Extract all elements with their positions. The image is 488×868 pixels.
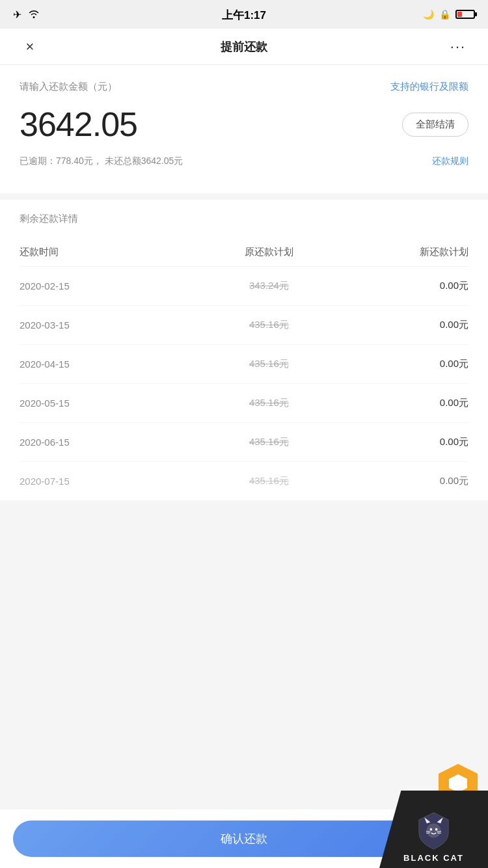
row-new-plan: 0.00元 [344,397,468,409]
input-label-row: 请输入还款金额（元） 支持的银行及限额 [20,81,468,93]
row-original: 343.24元 [194,280,344,292]
status-time: 上午1:17 [222,8,266,23]
input-label: 请输入还款金额（元） [20,81,117,93]
page-title: 提前还款 [221,39,267,55]
col-header-original: 原还款计划 [194,246,344,258]
row-date: 2020-02-15 [20,280,194,292]
status-right: 🌙 🔒 [423,9,475,20]
blackcat-watermark: BLACK CAT [379,791,488,868]
svg-point-1 [429,828,432,831]
table-body: 2020-02-15343.24元0.00元2020-03-15435.16元0… [20,267,468,487]
row-date: 2020-05-15 [20,398,194,409]
support-bank-link[interactable]: 支持的银行及限额 [390,81,468,93]
row-original: 435.16元 [194,436,344,448]
repay-table: 还款时间 原还款计划 新还款计划 2020-02-15343.24元0.00元2… [20,238,468,487]
table-row: 2020-02-15343.24元0.00元 [20,267,468,306]
row-date: 2020-04-15 [20,359,194,370]
row-date: 2020-06-15 [20,437,194,448]
table-row: 2020-06-15435.16元0.00元 [20,423,468,462]
row-new-plan: 0.00元 [344,358,468,370]
close-button[interactable]: × [16,33,44,61]
amount-value[interactable]: 3642.05 [20,105,137,144]
blackcat-text: BLACK CAT [403,853,464,863]
row-new-plan: 0.00元 [344,319,468,331]
svg-point-0 [426,823,441,837]
badge-inner [449,774,467,793]
table-row: 2020-04-15435.16元0.00元 [20,345,468,384]
table-row: 2020-05-15435.16元0.00元 [20,384,468,423]
row-new-plan: 0.00元 [344,280,468,292]
row-date: 2020-03-15 [20,319,194,331]
cat-shield-icon [416,811,452,850]
status-left: ✈ [13,8,40,21]
table-header: 还款时间 原还款计划 新还款计划 [20,238,468,267]
row-original: 435.16元 [194,358,344,370]
overdue-row: 已逾期：778.40元， 未还总额3642.05元 还款规则 [20,156,468,180]
svg-point-2 [435,828,438,831]
rules-link[interactable]: 还款规则 [432,156,468,167]
details-title: 剩余还款详情 [20,213,468,225]
table-row: 2020-07-15435.16元0.00元 [20,462,468,487]
row-original: 435.16元 [194,397,344,409]
wifi-icon [28,9,40,20]
blackcat-logo: BLACK CAT [403,811,464,863]
more-button[interactable]: ··· [444,33,472,61]
row-original: 435.16元 [194,475,344,487]
clear-all-button[interactable]: 全部结清 [402,113,468,137]
table-row: 2020-03-15435.16元0.00元 [20,306,468,345]
row-date: 2020-07-15 [20,476,194,487]
overdue-text: 已逾期：778.40元， 未还总额3642.05元 [20,156,183,167]
amount-row: 3642.05 全部结清 [20,105,468,144]
row-original: 435.16元 [194,319,344,331]
col-header-date: 还款时间 [20,246,194,258]
details-section: 剩余还款详情 还款时间 原还款计划 新还款计划 2020-02-15343.24… [0,200,488,500]
row-new-plan: 0.00元 [344,436,468,448]
battery-icon [455,10,475,19]
moon-icon: 🌙 [423,9,434,20]
lock-icon: 🔒 [439,9,450,20]
row-new-plan: 0.00元 [344,475,468,487]
airplane-icon: ✈ [13,8,21,21]
status-bar: ✈ 上午1:17 🌙 🔒 [0,0,488,29]
nav-bar: × 提前还款 ··· [0,29,488,65]
col-header-new: 新还款计划 [344,246,468,258]
section-divider [0,193,488,200]
content-section: 请输入还款金额（元） 支持的银行及限额 3642.05 全部结清 已逾期：778… [0,65,488,193]
